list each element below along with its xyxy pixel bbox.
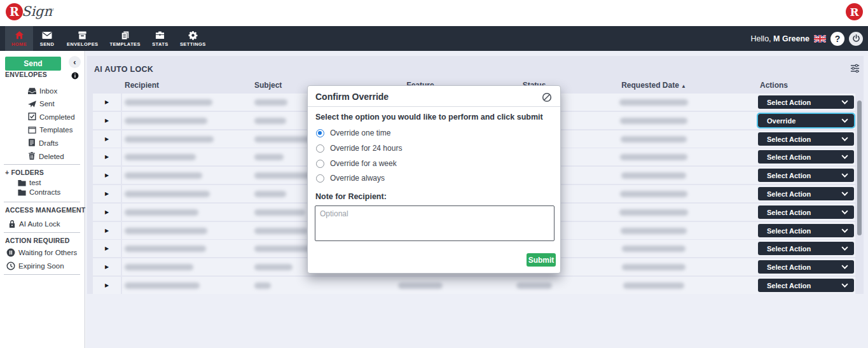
- action-dropdown[interactable]: Select Action: [758, 242, 854, 255]
- requested-date-redacted: [619, 209, 688, 216]
- action-dropdown[interactable]: Select Action: [758, 132, 854, 146]
- sidebar-item-drafts[interactable]: Drafts: [28, 139, 59, 147]
- action-dropdown[interactable]: Select Action: [758, 224, 854, 237]
- sidebar-item-inbox[interactable]: Inbox: [28, 87, 57, 95]
- row-expand-button[interactable]: ▶: [93, 185, 121, 202]
- sidebar-item-label: Contracts: [29, 188, 60, 196]
- radio-unselected-icon[interactable]: [316, 160, 324, 168]
- requested-date-redacted: [621, 136, 687, 143]
- subject-redacted: [254, 136, 315, 143]
- subject-redacted: [254, 209, 305, 216]
- sidebar-divider: [4, 232, 80, 233]
- action-dropdown[interactable]: Select Action: [758, 95, 854, 109]
- sidebar-item-sent[interactable]: Sent: [28, 100, 55, 108]
- action-dropdown-override[interactable]: Override: [758, 114, 854, 127]
- modal-close-icon[interactable]: [542, 92, 552, 102]
- sidebar-item-label: Completed: [39, 113, 75, 120]
- column-header-requested-date[interactable]: Requested Date▲: [621, 81, 686, 90]
- help-button[interactable]: ?: [830, 32, 844, 46]
- folder-icon: [18, 189, 26, 196]
- trademark-mark: TM: [48, 8, 54, 11]
- sidebar-item-deleted[interactable]: Deleted: [28, 152, 64, 160]
- action-dropdown-label: Override: [767, 117, 841, 125]
- action-dropdown[interactable]: Select Action: [758, 279, 854, 292]
- chevron-down-icon: [841, 246, 848, 251]
- radio-option-override-for-a-week[interactable]: Override for a week: [316, 159, 397, 168]
- requested-date-redacted: [620, 118, 687, 124]
- expand-arrow-icon: ▶: [105, 246, 109, 251]
- column-header-subject[interactable]: Subject: [254, 81, 282, 90]
- sidebar-item-ai-auto-lock[interactable]: AI Auto Lock: [8, 219, 60, 228]
- sidebar-collapse-button[interactable]: ‹: [69, 56, 81, 68]
- sidebar-item-contracts[interactable]: Contracts: [18, 188, 60, 196]
- nav-tab-envelopes[interactable]: ENVELOPES: [61, 26, 104, 51]
- action-dropdown-label: Select Action: [767, 282, 841, 289]
- row-expand-button[interactable]: ▶: [93, 240, 121, 257]
- sidebar-item-label: test: [29, 179, 41, 186]
- top-bar: R Sign TM R: [0, 0, 868, 26]
- table-scrollbar[interactable]: [857, 101, 862, 235]
- sidebar-item-label: Deleted: [39, 152, 64, 160]
- row-expand-button[interactable]: ▶: [93, 148, 121, 165]
- note-for-recipient-label: Note for Recipient:: [315, 192, 387, 201]
- radio-unselected-icon[interactable]: [316, 174, 324, 183]
- user-name: M Greene: [773, 34, 809, 43]
- clock-icon: [6, 261, 15, 270]
- sidebar-item-templates[interactable]: Templates: [28, 126, 72, 134]
- briefcase-icon: [155, 31, 165, 40]
- subject-redacted: [254, 246, 312, 252]
- sidebar-section-header: ACTION REQUIRED: [5, 237, 70, 244]
- sidebar-item-label: Inbox: [39, 87, 57, 95]
- row-expand-button[interactable]: ▶: [93, 222, 121, 239]
- nav-tab-send[interactable]: SEND: [33, 26, 61, 51]
- nav-tab-settings[interactable]: SETTINGS: [174, 26, 212, 51]
- radio-option-override-for-24-hours[interactable]: Override for 24 hours: [316, 144, 402, 153]
- expand-arrow-icon: ▶: [105, 118, 109, 123]
- recipient-redacted: [125, 282, 200, 289]
- logout-power-button[interactable]: [849, 32, 863, 46]
- sidebar-item-label: Drafts: [39, 139, 59, 146]
- submit-button[interactable]: Submit: [527, 253, 556, 267]
- nav-tab-stats[interactable]: STATS: [146, 26, 174, 51]
- action-dropdown[interactable]: Select Action: [758, 260, 854, 274]
- pause-circle-icon: [6, 248, 15, 257]
- row-expand-button[interactable]: ▶: [93, 167, 121, 184]
- action-dropdown[interactable]: Select Action: [758, 169, 854, 182]
- action-dropdown-label: Select Action: [767, 263, 841, 271]
- row-expand-button[interactable]: ▶: [93, 130, 121, 148]
- action-dropdown-label: Select Action: [767, 227, 841, 235]
- nav-tab-label: ENVELOPES: [67, 41, 98, 47]
- chevron-down-icon: [841, 283, 848, 288]
- sidebar-item-waiting-for-others[interactable]: Waiting for Others: [6, 248, 77, 257]
- nav-tab-home[interactable]: HOME: [5, 26, 33, 51]
- info-icon[interactable]: [71, 71, 79, 82]
- column-header-recipient[interactable]: Recipient: [125, 81, 159, 90]
- row-expand-button[interactable]: ▶: [93, 258, 121, 275]
- uk-flag-icon: [814, 35, 826, 43]
- note-for-recipient-input[interactable]: [315, 205, 555, 241]
- sidebar-item-expiring-soon[interactable]: Expiring Soon: [6, 261, 64, 270]
- send-button[interactable]: Send: [5, 57, 61, 71]
- radio-option-override-one-time[interactable]: Override one time: [316, 129, 390, 137]
- recipient-redacted: [125, 136, 214, 143]
- row-expand-button[interactable]: ▶: [93, 277, 121, 294]
- action-dropdown[interactable]: Select Action: [758, 205, 854, 219]
- action-dropdown[interactable]: Select Action: [758, 150, 854, 164]
- row-expand-button[interactable]: ▶: [93, 204, 121, 221]
- radio-option-override-always[interactable]: Override always: [316, 174, 385, 183]
- recipient-redacted: [125, 118, 207, 124]
- column-header-actions[interactable]: Actions: [760, 81, 788, 90]
- sidebar-section-header[interactable]: + FOLDERS: [5, 169, 44, 176]
- sidebar-item-test[interactable]: test: [18, 179, 41, 186]
- recipient-redacted: [125, 154, 196, 160]
- template-icon: [28, 127, 36, 134]
- row-expand-button[interactable]: ▶: [93, 112, 121, 129]
- nav-tab-templates[interactable]: TEMPLATES: [104, 26, 146, 51]
- filter-sliders-icon[interactable]: [850, 64, 860, 76]
- radio-unselected-icon[interactable]: [316, 144, 324, 153]
- action-dropdown[interactable]: Select Action: [758, 187, 854, 200]
- radio-selected-icon[interactable]: [316, 129, 324, 137]
- sidebar-item-completed[interactable]: Completed: [28, 113, 75, 121]
- row-expand-button[interactable]: ▶: [93, 94, 121, 111]
- radio-option-label: Override for a week: [330, 159, 397, 168]
